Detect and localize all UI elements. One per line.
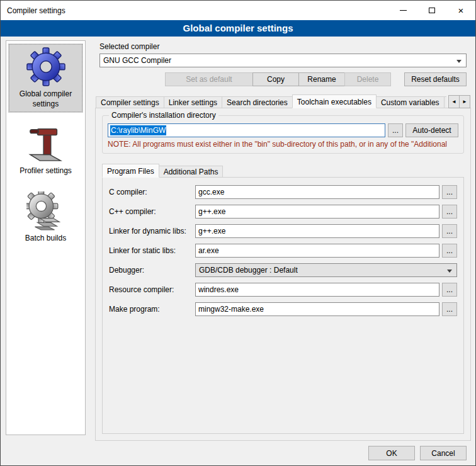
- linker-static-input[interactable]: [195, 244, 439, 258]
- tab-custom-variables[interactable]: Custom variables: [376, 96, 445, 108]
- browse-linker-static-button[interactable]: ...: [442, 244, 457, 258]
- close-button[interactable]: ×: [446, 1, 475, 20]
- selected-path-text: C:\raylib\MinGW: [110, 125, 166, 135]
- field-label: Resource compiler:: [109, 285, 195, 294]
- window-controls: ×: [388, 1, 475, 20]
- installation-directory-legend: Compiler's installation directory: [109, 111, 218, 120]
- profiler-clamp-icon: [26, 123, 66, 164]
- minimize-button[interactable]: [388, 1, 417, 20]
- sidebar-item-label: Batch builds: [25, 234, 66, 244]
- cpp-compiler-input[interactable]: [195, 205, 439, 219]
- ok-button[interactable]: OK: [368, 446, 415, 460]
- tab-linker-settings[interactable]: Linker settings: [164, 96, 222, 108]
- tab-search-directories[interactable]: Search directories: [222, 96, 293, 108]
- sidebar-item-global-compiler-settings[interactable]: Global compiler settings: [8, 43, 83, 113]
- tab-build-options[interactable]: Buil: [444, 96, 446, 108]
- tab-toolchain-executables[interactable]: Toolchain executables: [292, 94, 377, 108]
- browse-directory-button[interactable]: ...: [388, 123, 403, 137]
- field-row-linker-static: Linker for static libs: ...: [109, 244, 457, 258]
- sidebar-item-label: Profiler settings: [20, 166, 72, 176]
- selected-compiler-value: GNU GCC Compiler: [103, 56, 171, 65]
- blue-gear-icon: [26, 47, 66, 87]
- settings-sidebar: Global compiler settings Profiler settin…: [6, 40, 86, 435]
- gray-gear-stack-icon: [26, 191, 66, 231]
- field-label: Debugger:: [109, 266, 195, 275]
- subtab-program-files[interactable]: Program Files: [102, 164, 159, 178]
- window-title: Compiler settings: [1, 6, 65, 15]
- delete-button: Delete: [344, 72, 391, 86]
- rename-button[interactable]: Rename: [298, 72, 345, 86]
- sidebar-item-profiler-settings[interactable]: Profiler settings: [8, 120, 83, 180]
- browse-c-compiler-button[interactable]: ...: [442, 185, 457, 199]
- titlebar[interactable]: Compiler settings ×: [1, 1, 475, 20]
- minimize-icon: [400, 10, 407, 11]
- copy-button[interactable]: Copy: [252, 72, 299, 86]
- program-files-tabstrip: Program Files Additional Paths: [102, 164, 223, 178]
- field-label: Linker for dynamic libs:: [109, 227, 195, 236]
- subtab-additional-paths[interactable]: Additional Paths: [159, 166, 224, 178]
- linker-dynamic-input[interactable]: [195, 224, 439, 238]
- set-as-default-button: Set as default: [165, 72, 253, 86]
- scroll-tabs-left-icon[interactable]: ◄: [448, 95, 460, 108]
- debugger-select[interactable]: GDB/CDB debugger : Default: [195, 263, 457, 277]
- browse-linker-dynamic-button[interactable]: ...: [442, 224, 457, 238]
- field-row-linker-dynamic: Linker for dynamic libs: ...: [109, 224, 457, 238]
- resource-compiler-input[interactable]: [195, 283, 439, 297]
- chevron-down-icon: [447, 270, 452, 273]
- make-program-input[interactable]: [195, 302, 439, 316]
- field-label: Linker for static libs:: [109, 246, 195, 255]
- tab-scroll-arrows: ◄ ►: [449, 95, 470, 108]
- close-icon: ×: [458, 6, 464, 15]
- note-text: NOTE: All programs must exist either in …: [108, 140, 458, 149]
- sidebar-item-label: Global compiler settings: [9, 89, 82, 109]
- field-label: Make program:: [109, 305, 195, 314]
- browse-make-program-button[interactable]: ...: [442, 302, 457, 316]
- scroll-tabs-right-icon[interactable]: ►: [459, 95, 470, 108]
- installation-directory-row: C:\raylib\MinGW ... Auto-detect: [108, 123, 458, 137]
- field-label: C compiler:: [109, 188, 195, 196]
- main-panel: Selected compiler GNU GCC Compiler Set a…: [92, 37, 472, 445]
- page-title: Global compiler settings: [1, 20, 475, 37]
- browse-cpp-compiler-button[interactable]: ...: [442, 205, 457, 219]
- field-label: C++ compiler:: [109, 207, 195, 216]
- toolchain-executables-panel: Compiler's installation directory C:\ray…: [95, 108, 471, 441]
- compiler-actions: Set as default Copy Rename Delete Reset …: [99, 72, 467, 86]
- field-row-debugger: Debugger: GDB/CDB debugger : Default: [109, 263, 457, 277]
- installation-directory-input[interactable]: C:\raylib\MinGW: [108, 123, 385, 137]
- field-row-cpp-compiler: C++ compiler: ...: [109, 205, 457, 219]
- selected-compiler-label: Selected compiler: [99, 42, 159, 51]
- reset-defaults-button[interactable]: Reset defaults: [404, 72, 467, 86]
- auto-detect-button[interactable]: Auto-detect: [405, 123, 458, 137]
- tab-compiler-settings[interactable]: Compiler settings: [96, 96, 164, 108]
- maximize-icon: [429, 8, 435, 13]
- cancel-button[interactable]: Cancel: [420, 446, 467, 460]
- selected-compiler-combobox[interactable]: GNU GCC Compiler: [99, 54, 467, 67]
- compiler-settings-window: Compiler settings × Global compiler sett…: [0, 0, 476, 466]
- sidebar-item-batch-builds[interactable]: Batch builds: [8, 188, 83, 247]
- browse-resource-compiler-button[interactable]: ...: [442, 283, 457, 297]
- field-row-c-compiler: C compiler: ...: [109, 185, 457, 199]
- chevron-down-icon: [456, 60, 462, 63]
- settings-tabstrip: Compiler settings Linker settings Search…: [96, 94, 446, 108]
- program-files-panel: C compiler: ... C++ compiler: ... Linker…: [102, 177, 464, 434]
- installation-directory-groupbox: Compiler's installation directory C:\ray…: [102, 111, 464, 154]
- debugger-value: GDB/CDB debugger : Default: [199, 266, 298, 275]
- c-compiler-input[interactable]: [195, 185, 439, 199]
- field-row-resource-compiler: Resource compiler: ...: [109, 283, 457, 297]
- maximize-button[interactable]: [417, 1, 446, 20]
- field-row-make-program: Make program: ...: [109, 302, 457, 316]
